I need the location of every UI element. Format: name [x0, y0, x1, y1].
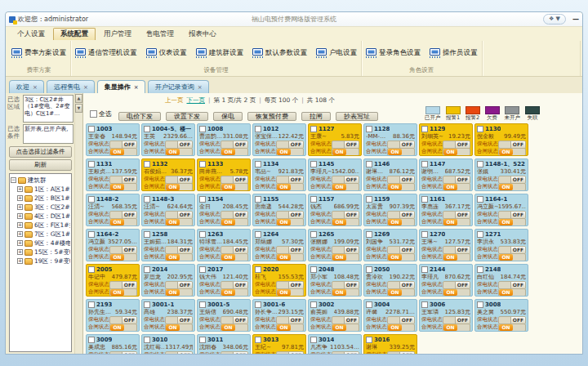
tab-close-icon[interactable]: ×: [134, 84, 139, 91]
close-toggle[interactable]: ON: [276, 288, 304, 297]
meter-card[interactable]: 1269刘国争531.72元保电状态OFF合闸状态ON: [363, 229, 417, 261]
tree-item[interactable]: +4区：D区1#井（…: [11, 212, 70, 221]
meter-card[interactable]: 1148-1、522张娥330.41元保电状态OFF合闸状态ON: [474, 158, 528, 191]
protect-toggle[interactable]: OFF: [387, 351, 415, 355]
expand-icon[interactable]: +: [17, 258, 23, 264]
minimize-button[interactable]: —: [572, 16, 579, 23]
card-checkbox[interactable]: [88, 196, 95, 203]
select-all[interactable]: 全选: [90, 109, 112, 118]
selected-condition-box[interactable]: 新开表,已开户表,: [23, 124, 74, 144]
scroll-up-icon[interactable]: ▲: [75, 94, 82, 103]
menu-item-报表中心[interactable]: 报表中心: [182, 29, 223, 40]
ribbon-button-操作员设置[interactable]: 操作员设置: [428, 47, 479, 60]
expand-icon[interactable]: +: [17, 231, 23, 237]
meter-card[interactable]: 1157钱杰686.99元保电状态OFF合闸状态ON: [308, 194, 362, 226]
close-toggle[interactable]: ON: [443, 324, 470, 332]
protect-toggle[interactable]: OFF: [165, 351, 193, 355]
close-toggle[interactable]: ON: [165, 288, 193, 297]
close-toggle[interactable]: ON: [109, 324, 137, 332]
card-checkbox[interactable]: [88, 126, 95, 132]
meter-card[interactable]: 2048郑小军108.48元保电状态OFF合闸状态ON: [308, 264, 362, 297]
card-checkbox[interactable]: [477, 266, 483, 273]
ribbon-button-登录角色设置[interactable]: 登录角色设置: [364, 47, 422, 60]
card-checkbox[interactable]: [88, 161, 95, 167]
meter-card[interactable]: 1133田井燕…5.78元保电状态OFF合闸状态ON: [197, 158, 251, 191]
card-checkbox[interactable]: [144, 196, 150, 203]
tab-集显操作[interactable]: 集显操作×: [97, 80, 145, 93]
meter-card[interactable]: 3001-1高雄238.37元保电状态OFF合闸状态ON: [141, 299, 195, 332]
card-checkbox[interactable]: [144, 231, 150, 238]
meter-card[interactable]: 1008曹温韵…331.08元保电状态OFF合闸状态ON: [197, 123, 251, 156]
meter-card[interactable]: 1265张丽娜199.09元保电状态OFF合闸状态ON: [308, 229, 362, 261]
card-checkbox[interactable]: [366, 266, 372, 273]
close-toggle[interactable]: ON: [387, 148, 415, 156]
collapse-icon[interactable]: −: [11, 177, 16, 183]
meter-card[interactable]: 1148-3汪清~624.64元保电状态OFF合闸状态ON: [141, 194, 195, 226]
toolbar-button-保电[interactable]: 保电: [213, 112, 243, 121]
skin-selector-button[interactable]: ❖ ▼: [543, 14, 566, 25]
close-toggle[interactable]: ON: [498, 288, 526, 297]
meter-card[interactable]: 3002俞英媚439.88元保电状态OFF合闸状态ON: [308, 299, 362, 332]
close-toggle[interactable]: ON: [443, 148, 470, 156]
expand-icon[interactable]: +: [17, 249, 23, 255]
protect-toggle[interactable]: OFF: [109, 351, 137, 355]
card-checkbox[interactable]: [477, 126, 483, 132]
card-checkbox[interactable]: [310, 231, 317, 238]
meter-card[interactable]: 3001-5王炳信690.48元保电状态OFF合闸状态ON: [197, 299, 251, 332]
sidebar-scrollbar[interactable]: ▲ ▼: [74, 93, 82, 354]
close-toggle[interactable]: ON: [276, 253, 304, 261]
close-toggle[interactable]: ON: [332, 253, 359, 261]
close-toggle[interactable]: ON: [387, 218, 415, 226]
meter-card[interactable]: 1148-2汪清~568.35元保电状态OFF合闸状态ON: [86, 194, 140, 226]
meter-card[interactable]: 1012张宝保…122.42元保电状态OFF合闸状态ON: [252, 123, 306, 156]
card-checkbox[interactable]: [310, 161, 317, 167]
meter-card[interactable]: 2193孙先生…59.34元保电状态OFF合闸状态ON: [86, 299, 140, 332]
meter-card[interactable]: 2148白红仙184.74元保电状态OFF合闸状态ON: [474, 264, 528, 297]
meter-card[interactable]: 1271李洪永533.83元保电状态OFF合闸状态ON: [474, 229, 528, 261]
close-toggle[interactable]: ON: [498, 324, 526, 332]
protect-toggle[interactable]: OFF: [332, 351, 359, 355]
card-checkbox[interactable]: [366, 337, 372, 343]
card-checkbox[interactable]: [477, 196, 483, 203]
card-checkbox[interactable]: [255, 231, 261, 238]
close-toggle[interactable]: ON: [276, 218, 304, 226]
toolbar-button-恢复预付费[interactable]: 恢复预付费: [247, 112, 296, 121]
meter-card[interactable]: 1270王琳~127.57元保电状态OFF合闸状态ON: [419, 229, 473, 261]
card-checkbox[interactable]: [477, 161, 483, 167]
refresh-button[interactable]: 刷新: [9, 159, 72, 171]
card-checkbox[interactable]: [144, 301, 150, 308]
close-toggle[interactable]: ON: [109, 218, 137, 226]
menu-item-系统配置[interactable]: 系统配置: [53, 28, 96, 40]
card-checkbox[interactable]: [255, 266, 261, 273]
select-all-checkbox[interactable]: [90, 110, 97, 118]
selected-region-box[interactable]: 3区：C区2#井（1#变电、2#变电）C区1#…: [23, 95, 74, 123]
ribbon-button-默认参数设置[interactable]: 默认参数设置: [251, 47, 309, 60]
card-checkbox[interactable]: [477, 301, 483, 308]
card-checkbox[interactable]: [310, 301, 317, 308]
close-toggle[interactable]: ON: [165, 183, 193, 191]
meter-card[interactable]: 3011沈阳春348.06元保电状态OFF合闸状态ON: [197, 334, 251, 354]
close-toggle[interactable]: ON: [332, 324, 359, 332]
meter-card[interactable]: 1003王奎春148.94元保电状态OFF合闸状态ON: [86, 123, 140, 156]
tree-item[interactable]: +19区：9#变电站（…: [11, 257, 70, 266]
close-toggle[interactable]: ON: [220, 253, 248, 261]
close-toggle[interactable]: ON: [276, 183, 304, 191]
card-checkbox[interactable]: [477, 231, 483, 238]
card-checkbox[interactable]: [199, 196, 206, 203]
card-checkbox[interactable]: [366, 196, 372, 203]
meter-card[interactable]: 3008吴之翼550.97元保电状态OFF合闸状态ON: [474, 299, 528, 332]
ribbon-button-通信管理机设置[interactable]: 通信管理机设置: [74, 47, 139, 60]
expand-icon[interactable]: +: [17, 204, 23, 210]
tree-root[interactable]: −建筑群: [11, 176, 70, 185]
card-checkbox[interactable]: [421, 231, 428, 238]
card-checkbox[interactable]: [421, 196, 428, 203]
choose-filter-button[interactable]: 点击选择过滤条件: [9, 146, 72, 158]
meter-card[interactable]: 1154金日208.45元保电状态OFF合闸状态ON: [197, 194, 251, 226]
close-toggle[interactable]: ON: [443, 253, 470, 261]
card-checkbox[interactable]: [421, 266, 428, 273]
meter-card[interactable]: 3004许馨2278.71…保电状态OFF合闸状态ON: [363, 299, 417, 332]
card-checkbox[interactable]: [255, 196, 261, 203]
meter-card[interactable]: 2017钱大伟121.40元保电状态OFF合闸状态ON: [197, 264, 251, 297]
card-checkbox[interactable]: [310, 266, 317, 273]
toolbar-button-电价下发[interactable]: 电价下发: [118, 112, 161, 121]
